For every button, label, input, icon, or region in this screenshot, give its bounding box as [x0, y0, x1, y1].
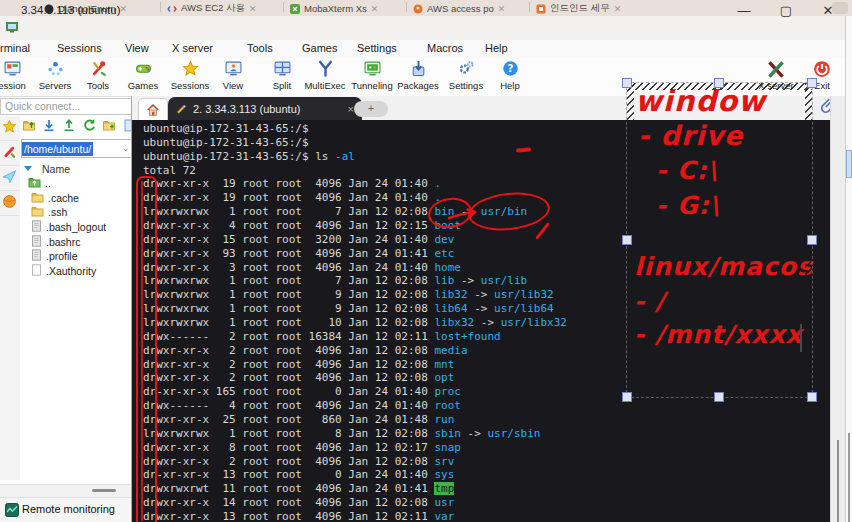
download-icon[interactable] [42, 118, 56, 134]
browser-scrollbar[interactable] [848, 433, 850, 522]
monitoring-chart-icon [5, 503, 19, 517]
resize-handle[interactable] [714, 392, 724, 402]
menu-item-settings[interactable]: Settings [357, 42, 397, 54]
folder-up-icon[interactable] [22, 118, 36, 134]
sidebar-tab[interactable] [0, 166, 19, 191]
menu-item-view[interactable]: View [125, 42, 149, 54]
tab-close-icon[interactable]: ✕ [614, 4, 622, 14]
resize-handle[interactable] [714, 78, 724, 88]
terminal-line: drwxr-xr-x 25 root root 860 Jan 24 01:48… [143, 413, 830, 427]
terminal-scrollbar[interactable] [837, 440, 839, 522]
terminal-line: drwxr-xr-x 8 root root 4096 Jan 12 02:17… [143, 441, 830, 455]
file-row[interactable]: .Xauthority [28, 264, 132, 279]
close-button[interactable]: ✕ [817, 3, 839, 18]
sidebar-tab[interactable] [0, 116, 19, 141]
browser-tab[interactable]: MobaXterm Xs ✕ [284, 1, 406, 16]
upload-icon[interactable] [62, 118, 76, 134]
file-list-header[interactable]: Name [42, 163, 70, 175]
refresh-icon[interactable] [82, 118, 96, 134]
toolbar-label: Help [484, 80, 536, 91]
toolbar-button-tunneling[interactable]: Tunneling [346, 60, 398, 91]
annotation-column-box [136, 176, 157, 522]
tools-red-icon [2, 144, 17, 163]
toolbar-label: Games [117, 80, 169, 91]
browser-tab[interactable]: 인드인드 세무 ✕ [530, 1, 652, 16]
help-icon: ? [484, 60, 536, 79]
resize-handle[interactable] [807, 392, 817, 402]
file-row[interactable]: .profile [28, 249, 132, 264]
tab-terminal-session[interactable]: 2. 3.34.3.113 (ubuntu) × [168, 97, 362, 120]
games-icon [117, 60, 169, 79]
toolbar-button-help[interactable]: ? Help [484, 60, 536, 91]
title-bar [0, 16, 852, 41]
remote-monitoring-button[interactable]: Remote monitoring [22, 503, 115, 515]
browser-tab[interactable]: AWS access po ✕ [407, 1, 529, 16]
file-row[interactable]: .bashrc [28, 234, 132, 249]
tab-close-icon[interactable]: ✕ [498, 4, 506, 14]
menu-item-macros[interactable]: Macros [427, 42, 463, 54]
minimize-button[interactable]: — [733, 3, 755, 18]
toolbar-label: MultiExec [299, 80, 351, 91]
resize-handle[interactable] [622, 235, 632, 245]
menu-item-help[interactable]: Help [485, 42, 508, 54]
sidebar-tab-strip [0, 116, 21, 480]
app-icon [5, 20, 19, 34]
file-name: .. [45, 177, 51, 189]
ball-icon [2, 194, 17, 213]
terminal-line: drwx------ 4 root root 4096 Jan 24 01:40… [143, 399, 830, 413]
quick-connect-input[interactable]: Quick connect... [0, 98, 135, 115]
path-dropdown[interactable]: /home/ubuntu/ ⌄ [21, 139, 133, 158]
home-icon [146, 103, 160, 117]
home-tab[interactable] [138, 98, 168, 121]
resize-handle[interactable] [807, 235, 817, 245]
sort-arrow-icon[interactable] [24, 166, 32, 171]
menu-item-tools[interactable]: Tools [247, 42, 273, 54]
tab-close-icon[interactable]: ✕ [249, 4, 257, 14]
file-name: .bash_logout [46, 221, 106, 233]
menu-item-x-server[interactable]: X server [172, 42, 213, 54]
paper-plane-icon [2, 169, 17, 188]
browser-tab[interactable]: AWS EC2 사용 ✕ [161, 1, 283, 16]
scrollbar-thumb[interactable] [92, 489, 116, 492]
file-name: .cache [48, 192, 79, 204]
menu-item-sessions[interactable]: Sessions [57, 42, 102, 54]
terminal-line: lrwxrwxrwx 1 root root 8 Jan 12 02:08 sb… [143, 427, 830, 441]
new-tab-button[interactable]: + [354, 101, 388, 117]
aws-icon [413, 0, 423, 16]
file-name: .bashrc [46, 236, 80, 248]
file-name: .ssh [48, 206, 67, 218]
star-icon [2, 119, 17, 138]
file-row[interactable]: .ssh [28, 205, 132, 220]
toolbar-button-packages[interactable]: Packages [392, 60, 444, 91]
tab-label: 2. 3.34.3.113 (ubuntu) [193, 103, 300, 115]
menu-item-rminal[interactable]: rminal [0, 42, 30, 54]
toolbar-button-view[interactable]: View [207, 60, 259, 91]
toolbar-label: Tunneling [346, 80, 398, 91]
menu-item-games[interactable]: Games [302, 42, 337, 54]
new-folder-icon[interactable] [102, 118, 116, 134]
resize-handle[interactable] [622, 78, 632, 88]
path-value: /home/ubuntu/ [22, 142, 93, 156]
toolbar-button-games[interactable]: Games [117, 60, 169, 91]
xserver-icon [750, 60, 802, 79]
tunneling-icon [346, 60, 398, 79]
browser-tab-strip: Django Enum ✕ AWS EC2 사용 ✕ MobaXterm Xs … [0, 0, 852, 16]
exit-icon [796, 60, 848, 79]
resize-handle[interactable] [622, 392, 632, 402]
maximize-button[interactable]: ▢ [775, 3, 797, 18]
tab-close-icon[interactable]: ✕ [371, 4, 379, 14]
view-icon [207, 60, 259, 79]
pencil-icon [176, 103, 187, 114]
sidebar-tab[interactable] [0, 141, 19, 166]
file-row[interactable]: .bash_logout [28, 220, 132, 235]
browser-tab-title: AWS access po [427, 3, 494, 14]
toolbar-label: View [207, 80, 259, 91]
sidebar-tab[interactable] [0, 191, 19, 216]
resize-handle[interactable] [807, 78, 817, 88]
doc-icon [536, 0, 546, 16]
toolbar-button-multiexec[interactable]: MultiExec [299, 60, 351, 91]
terminal-line: dr-xr-xr-x 13 root root 0 Jan 24 01:40 s… [143, 468, 830, 482]
selection-marquee[interactable] [627, 83, 812, 397]
file-list: .. .cache .ssh .bash_logout .bashrc .pro… [28, 176, 132, 278]
sftp-panel [20, 116, 132, 480]
